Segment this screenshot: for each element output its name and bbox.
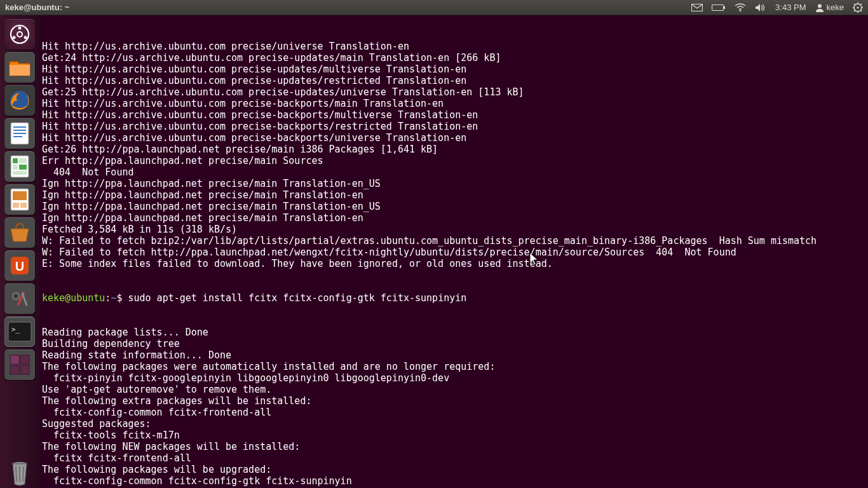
terminal-line: Ign http://ppa.launchpad.net precise/mai…: [42, 178, 865, 189]
launcher-ubuntu-one[interactable]: U: [4, 250, 35, 281]
svg-rect-12: [10, 65, 30, 76]
svg-point-6: [857, 6, 859, 8]
launcher-trash[interactable]: [4, 458, 35, 488]
terminal-line: Reading state information... Done: [42, 349, 865, 361]
terminal-line: The following packages were automaticall…: [42, 361, 865, 372]
svg-rect-37: [10, 355, 19, 364]
terminal-line: Hit http://us.archive.ubuntu.com precise…: [42, 121, 865, 132]
terminal-line: fcitx-config-common fcitx-config-gtk fci…: [42, 475, 865, 487]
terminal-line: E: Some index files failed to download. …: [42, 258, 865, 269]
svg-rect-26: [13, 191, 27, 200]
session-icon[interactable]: [853, 3, 863, 13]
svg-point-11: [17, 32, 22, 37]
svg-rect-20: [13, 158, 18, 163]
svg-rect-21: [19, 158, 27, 163]
terminal-line: Hit http://us.archive.ubuntu.com precise…: [42, 64, 865, 75]
svg-point-8: [18, 27, 22, 30]
clock[interactable]: 3:43 PM: [775, 3, 806, 12]
launcher-impress[interactable]: [4, 184, 35, 215]
command-text: sudo apt-get install fcitx fcitx-config-…: [128, 292, 466, 304]
terminal-line: Get:25 http://us.archive.ubuntu.com prec…: [42, 86, 865, 98]
svg-point-3: [740, 10, 742, 11]
user-label: keke: [827, 3, 844, 12]
terminal-line: Err http://ppa.launchpad.net precise/mai…: [42, 155, 865, 166]
terminal-line: 404 Not Found: [42, 166, 865, 178]
network-icon[interactable]: [735, 3, 746, 12]
terminal-line: The following NEW packages will be insta…: [42, 441, 865, 452]
terminal-line: fcitx fcitx-frontend-all: [42, 452, 865, 464]
terminal-line: W: Failed to fetch bzip2:/var/lib/apt/li…: [42, 235, 865, 247]
svg-point-10: [24, 36, 27, 39]
svg-rect-38: [20, 355, 29, 364]
svg-text:U: U: [15, 259, 24, 273]
svg-rect-23: [19, 165, 27, 170]
terminal-line: Hit http://us.archive.ubuntu.com precise…: [42, 41, 865, 52]
terminal-line: Get:24 http://us.archive.ubuntu.com prec…: [42, 52, 865, 64]
svg-rect-22: [13, 165, 18, 170]
terminal-line: Hit http://us.archive.ubuntu.com precise…: [42, 109, 865, 121]
user-menu[interactable]: keke: [815, 3, 844, 12]
terminal-line: Fetched 3,584 kB in 11s (318 kB/s): [42, 224, 865, 235]
terminal-line: The following packages will be upgraded:: [42, 464, 865, 475]
launcher-calc[interactable]: [4, 151, 35, 182]
mail-icon[interactable]: [691, 4, 703, 11]
terminal-line: Hit http://us.archive.ubuntu.com precise…: [42, 132, 865, 144]
launcher-writer[interactable]: [4, 118, 35, 149]
terminal-line: Hit http://us.archive.ubuntu.com precise…: [42, 98, 865, 109]
terminal-line: Ign http://ppa.launchpad.net precise/mai…: [42, 201, 865, 212]
launcher-software-center[interactable]: [4, 217, 35, 248]
terminal-line: Hit http://us.archive.ubuntu.com precise…: [42, 75, 865, 86]
window-title: keke@ubuntu: ~: [5, 3, 69, 12]
launcher-workspace-switcher[interactable]: [4, 349, 35, 380]
svg-rect-18: [13, 136, 22, 137]
svg-rect-28: [20, 203, 27, 208]
terminal-line: W: Failed to fetch http://ppa.launchpad.…: [42, 247, 865, 258]
launcher-files[interactable]: [4, 52, 35, 83]
terminal-line: Reading package lists... Done: [42, 327, 865, 338]
launcher: U >_: [0, 15, 39, 488]
terminal-line: Ign http://ppa.launchpad.net precise/mai…: [42, 189, 865, 201]
svg-point-32: [14, 294, 18, 298]
svg-rect-40: [20, 365, 29, 374]
svg-text:>_: >_: [11, 325, 20, 334]
terminal-line: Building dependency tree: [42, 338, 865, 349]
terminal-line: Use 'apt-get autoremove' to remove them.: [42, 384, 865, 395]
launcher-terminal[interactable]: >_: [4, 316, 35, 347]
svg-rect-39: [10, 365, 19, 374]
terminal-line: The following extra packages will be ins…: [42, 395, 865, 407]
svg-rect-15: [13, 126, 26, 128]
terminal-line: fcitx-tools fcitx-m17n: [42, 430, 865, 441]
terminal-line: fcitx-config-common fcitx-frontend-all: [42, 407, 865, 418]
svg-rect-16: [13, 130, 26, 131]
svg-rect-2: [724, 6, 725, 9]
svg-rect-24: [13, 171, 27, 175]
volume-icon[interactable]: [755, 3, 766, 12]
terminal-line: Suggested packages:: [42, 418, 865, 430]
launcher-firefox[interactable]: [4, 85, 35, 116]
launcher-dash[interactable]: [4, 19, 35, 50]
terminal-line: Ign http://ppa.launchpad.net precise/mai…: [42, 212, 865, 224]
svg-rect-17: [13, 133, 26, 134]
svg-point-9: [13, 36, 16, 39]
launcher-system-settings[interactable]: [4, 283, 35, 314]
terminal-line: fcitx-pinyin fcitx-googlepinyin libgoogl…: [42, 372, 865, 384]
menubar: keke@ubuntu: ~ 3:43 PM keke: [0, 0, 868, 15]
svg-rect-27: [13, 203, 19, 208]
terminal[interactable]: Hit http://us.archive.ubuntu.com precise…: [39, 15, 868, 488]
battery-icon[interactable]: [712, 4, 726, 11]
svg-rect-34: [21, 292, 27, 306]
svg-rect-1: [712, 4, 724, 10]
prompt-user: keke@ubuntu: [42, 292, 105, 304]
terminal-line: Get:26 http://ppa.launchpad.net precise/…: [42, 144, 865, 155]
svg-point-4: [818, 4, 822, 8]
